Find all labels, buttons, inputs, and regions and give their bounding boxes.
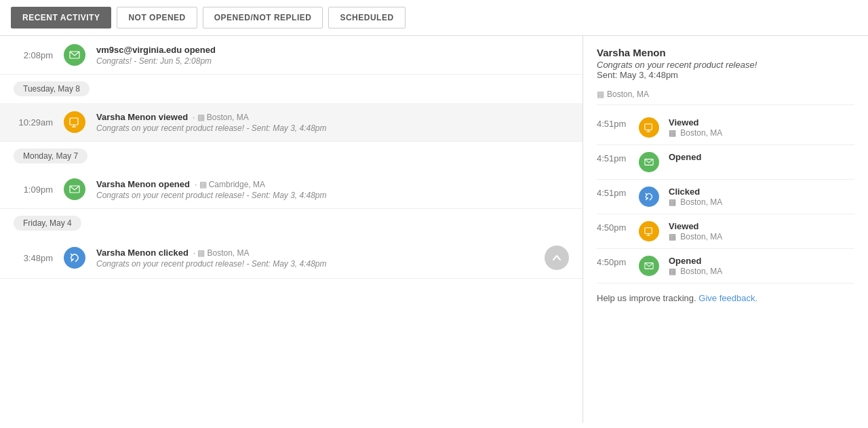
activity-title: Varsha Menon viewed · ▩Boston, MA [96, 112, 569, 122]
detail-action: Viewed [669, 221, 854, 231]
detail-action: Opened [669, 152, 854, 162]
activity-time: 1:09pm [14, 184, 53, 195]
date-label: Tuesday, May 8 [14, 81, 90, 96]
svg-rect-1 [70, 118, 78, 125]
open-detail-icon [639, 152, 659, 172]
activity-row[interactable]: 2:08pm vm9sc@virginia.edu opened Congrat… [0, 36, 583, 75]
left-panel: 2:08pm vm9sc@virginia.edu opened Congrat… [0, 36, 583, 423]
activity-row[interactable]: 1:09pm Varsha Menon opened · ▩Cambridge,… [0, 170, 583, 209]
activity-title: vm9sc@virginia.edu opened [96, 45, 569, 55]
feedback-link[interactable]: Give feedback. [698, 293, 757, 303]
date-label: Monday, May 7 [14, 149, 87, 163]
activity-title-text: Varsha Menon viewed [96, 112, 188, 122]
activity-row[interactable]: 3:48pm Varsha Menon clicked · ▩Boston, M… [0, 237, 583, 279]
activity-time: 2:08pm [14, 50, 53, 60]
detail-row: 4:50pm Viewed ▩ Boston, MA [597, 214, 854, 249]
date-label: Friday, May 4 [14, 216, 81, 231]
contact-name: Varsha Menon [597, 47, 854, 58]
monitor-icon: ▩ [669, 128, 676, 138]
tab-scheduled[interactable]: SCHEDULED [328, 7, 405, 28]
monitor-icon: ▩ [669, 267, 676, 276]
detail-row: 4:50pm Opened ▩ Boston, MA [597, 249, 854, 284]
activity-row[interactable]: 10:29am Varsha Menon viewed · ▩Boston, M… [0, 103, 583, 142]
detail-location: ▩ Boston, MA [669, 128, 854, 138]
activity-title-text: Varsha Menon clicked [96, 248, 189, 258]
feedback-row: Help us improve tracking. Give feedback. [597, 284, 854, 306]
detail-action: Clicked [669, 187, 854, 197]
activity-subtitle: Congrats on your recent product release!… [96, 259, 534, 269]
activity-subtitle: Congrats! - Sent: Jun 5, 2:08pm [96, 56, 569, 66]
activity-detail-list: 4:51pm Viewed ▩ Boston, MA [597, 104, 854, 284]
click-detail-icon [639, 187, 659, 207]
detail-content: Clicked ▩ Boston, MA [669, 187, 854, 207]
activity-title-text: vm9sc@virginia.edu opened [96, 45, 216, 55]
open-detail-icon [639, 256, 659, 276]
feedback-text: Help us improve tracking. [597, 293, 696, 303]
monitor-icon: ▩ [669, 232, 676, 241]
activity-content: Varsha Menon opened · ▩Cambridge, MA Con… [96, 179, 569, 200]
monitor-icon: ▩ [669, 197, 676, 207]
date-divider: Tuesday, May 8 [0, 75, 583, 103]
tab-opened-not-replied[interactable]: OPENED/NOT REPLIED [203, 7, 323, 28]
main-layout: 2:08pm vm9sc@virginia.edu opened Congrat… [0, 36, 868, 423]
detail-location: ▩ Boston, MA [669, 267, 854, 276]
detail-time: 4:50pm [597, 256, 629, 267]
right-panel: Varsha Menon Congrats on your recent pro… [583, 36, 868, 423]
activity-location: · ▩Cambridge, MA [193, 180, 265, 189]
date-divider: Monday, May 7 [0, 142, 583, 170]
detail-time: 4:51pm [597, 152, 629, 163]
svg-rect-5 [645, 124, 652, 130]
open-email-icon [64, 44, 85, 66]
detail-content: Opened ▩ Boston, MA [669, 256, 854, 276]
tab-not-opened[interactable]: NOT OPENED [117, 7, 197, 28]
detail-time: 4:51pm [597, 187, 629, 198]
detail-content: Viewed ▩ Boston, MA [669, 221, 854, 241]
detail-action: Opened [669, 256, 854, 266]
detail-time: 4:50pm [597, 221, 629, 233]
detail-location: ▩ Boston, MA [669, 232, 854, 241]
activity-title: Varsha Menon clicked · ▩Boston, MA [96, 248, 534, 258]
location-partial: ▩ Boston, MA [597, 90, 854, 99]
date-divider: Friday, May 4 [0, 209, 583, 237]
open-email-icon [64, 178, 85, 200]
activity-content: Varsha Menon clicked · ▩Boston, MA Congr… [96, 248, 534, 269]
activity-title: Varsha Menon opened · ▩Cambridge, MA [96, 179, 569, 189]
activity-time: 10:29am [14, 117, 53, 128]
contact-sent: Sent: May 3, 4:48pm [597, 70, 854, 80]
activity-subtitle: Congrats on your recent product release!… [96, 191, 569, 200]
svg-rect-9 [645, 228, 652, 234]
activity-content: vm9sc@virginia.edu opened Congrats! - Se… [96, 45, 569, 66]
detail-row: 4:51pm Clicked ▩ Boston, MA [597, 180, 854, 214]
contact-subject: Congrats on your recent product release! [597, 60, 854, 70]
detail-row: 4:51pm Viewed ▩ Boston, MA [597, 111, 854, 145]
activity-location: · ▩Boston, MA [191, 248, 249, 258]
activity-content: Varsha Menon viewed · ▩Boston, MA Congra… [96, 112, 569, 133]
view-icon [64, 111, 85, 133]
monitor-icon: ▩ [597, 90, 604, 99]
activity-time: 3:48pm [14, 253, 53, 263]
view-detail-icon [639, 221, 659, 241]
header-tabs: RECENT ACTIVITY NOT OPENED OPENED/NOT RE… [0, 0, 868, 36]
tab-recent-activity[interactable]: RECENT ACTIVITY [11, 7, 111, 28]
activity-location: · ▩Boston, MA [191, 113, 249, 122]
activity-subtitle: Congrats on your recent product release!… [96, 123, 569, 133]
detail-time: 4:51pm [597, 117, 629, 129]
detail-content: Viewed ▩ Boston, MA [669, 117, 854, 138]
detail-action: Viewed [669, 117, 854, 128]
view-detail-icon [639, 117, 659, 138]
detail-location: ▩ Boston, MA [669, 197, 854, 207]
activity-title-text: Varsha Menon opened [96, 179, 190, 189]
scroll-up-button[interactable] [545, 246, 569, 270]
detail-row: 4:51pm Opened [597, 145, 854, 180]
detail-content: Opened [669, 152, 854, 162]
click-link-icon [64, 247, 85, 269]
